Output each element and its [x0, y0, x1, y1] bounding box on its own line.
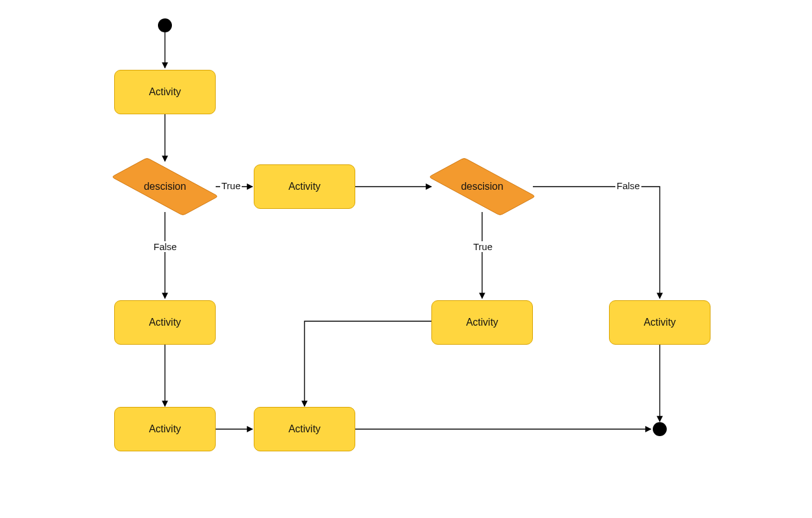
edge-label-d2-false: False [615, 180, 641, 191]
activity-label: Activity [644, 317, 676, 328]
activity-node-a4[interactable]: Activity [431, 300, 533, 345]
activity-node-a3[interactable]: Activity [114, 300, 216, 345]
activity-label: Activity [149, 86, 181, 98]
start-node-icon [158, 18, 172, 32]
activity-label: Activity [149, 423, 181, 435]
end-node-icon [653, 422, 667, 436]
diagram-canvas: Activity descision Activity descision Ac… [0, 0, 812, 518]
edge-label-d2-true: True [472, 241, 494, 252]
decision-node-d2[interactable]: descision [431, 161, 533, 212]
decision-label: descision [461, 181, 504, 192]
decision-label: descision [144, 181, 187, 192]
activity-label: Activity [289, 423, 321, 435]
edge-label-d1-false: False [152, 241, 178, 252]
activity-node-a5[interactable]: Activity [609, 300, 710, 345]
activity-node-a1[interactable]: Activity [114, 70, 216, 114]
edge-label-d1-true: True [220, 180, 242, 191]
activity-label: Activity [466, 317, 499, 328]
decision-node-d1[interactable]: descision [114, 161, 216, 212]
activity-node-a7[interactable]: Activity [254, 407, 355, 451]
activity-node-a2[interactable]: Activity [254, 164, 355, 209]
activity-node-a6[interactable]: Activity [114, 407, 216, 451]
activity-label: Activity [149, 317, 181, 328]
activity-label: Activity [289, 181, 321, 192]
